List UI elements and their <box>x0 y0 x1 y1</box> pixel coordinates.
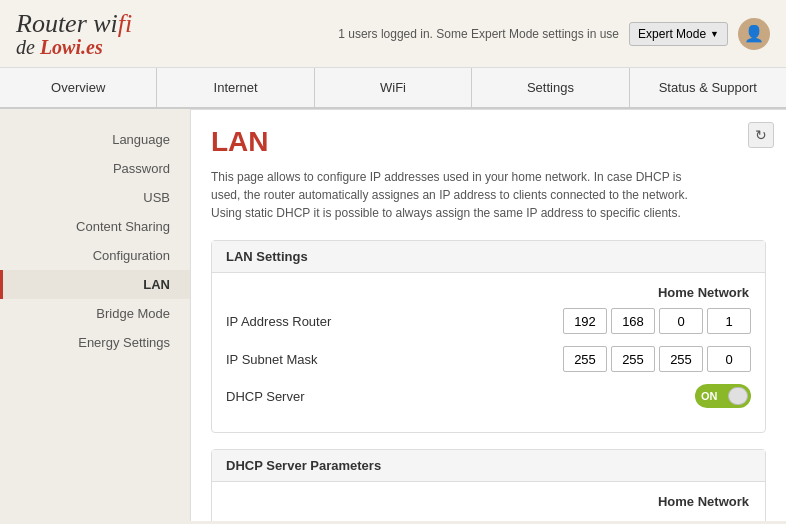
tab-status-support[interactable]: Status & Support <box>630 68 786 107</box>
main-layout: Language Password USB Content Sharing Co… <box>0 109 786 521</box>
subnet-octet-1[interactable] <box>563 346 607 372</box>
subnet-octet-3[interactable] <box>659 346 703 372</box>
ip-address-label: IP Address Router <box>226 314 406 329</box>
ip-octet-2[interactable] <box>611 308 655 334</box>
subnet-mask-row: IP Subnet Mask <box>226 346 751 372</box>
sidebar-item-password[interactable]: Password <box>0 154 190 183</box>
sidebar-item-language[interactable]: Language <box>0 125 190 154</box>
sidebar-item-content-sharing[interactable]: Content Sharing <box>0 212 190 241</box>
dhcp-params-header: DHCP Server Parameters <box>212 450 765 482</box>
tab-settings[interactable]: Settings <box>472 68 629 107</box>
sidebar-item-usb[interactable]: USB <box>0 183 190 212</box>
toggle-on-label: ON <box>701 390 718 402</box>
home-network-label: Home Network <box>658 285 749 300</box>
tab-wifi[interactable]: WiFi <box>315 68 472 107</box>
tab-overview[interactable]: Overview <box>0 68 157 107</box>
logged-in-text: 1 users logged in. Some Expert Mode sett… <box>338 27 619 41</box>
dhcp-home-network-label: Home Network <box>658 494 749 509</box>
dhcp-server-label: DHCP Server <box>226 389 406 404</box>
dhcp-params-section: DHCP Server Parameters Home Network <box>211 449 766 521</box>
header-right: 1 users logged in. Some Expert Mode sett… <box>338 18 770 50</box>
ip-octet-3[interactable] <box>659 308 703 334</box>
page-description: This page allows to configure IP address… <box>211 168 711 222</box>
sidebar-item-bridge-mode[interactable]: Bridge Mode <box>0 299 190 328</box>
ip-octet-4[interactable] <box>707 308 751 334</box>
ip-address-inputs <box>563 308 751 334</box>
sidebar-item-lan[interactable]: LAN <box>0 270 190 299</box>
logo: Router wifi de Lowi.es <box>16 11 132 57</box>
sidebar-item-configuration[interactable]: Configuration <box>0 241 190 270</box>
toggle-knob <box>728 387 748 405</box>
ip-address-row: IP Address Router <box>226 308 751 334</box>
dhcp-params-body: Home Network <box>212 482 765 521</box>
ip-octet-1[interactable] <box>563 308 607 334</box>
subnet-mask-label: IP Subnet Mask <box>226 352 406 367</box>
logo-de-lowi: de Lowi.es <box>16 37 132 57</box>
sidebar: Language Password USB Content Sharing Co… <box>0 109 190 521</box>
logo-router-wifi: Router wifi <box>16 11 132 37</box>
header: Router wifi de Lowi.es 1 users logged in… <box>0 0 786 68</box>
dhcp-network-label-row: Home Network <box>226 494 751 509</box>
user-avatar: 👤 <box>738 18 770 50</box>
content-area: ↻ LAN This page allows to configure IP a… <box>190 109 786 521</box>
tab-internet[interactable]: Internet <box>157 68 314 107</box>
lan-settings-header: LAN Settings <box>212 241 765 273</box>
network-label-row: Home Network <box>226 285 751 300</box>
page-title: LAN <box>211 126 766 158</box>
nav-tabs: Overview Internet WiFi Settings Status &… <box>0 68 786 109</box>
dhcp-toggle-container: ON <box>695 384 751 408</box>
subnet-octet-2[interactable] <box>611 346 655 372</box>
lan-settings-body: Home Network IP Address Router IP Subnet… <box>212 273 765 432</box>
sidebar-item-energy-settings[interactable]: Energy Settings <box>0 328 190 357</box>
dhcp-toggle[interactable]: ON <box>695 384 751 408</box>
dhcp-server-row: DHCP Server ON <box>226 384 751 408</box>
lan-settings-section: LAN Settings Home Network IP Address Rou… <box>211 240 766 433</box>
subnet-octet-4[interactable] <box>707 346 751 372</box>
subnet-mask-inputs <box>563 346 751 372</box>
expert-mode-button[interactable]: Expert Mode <box>629 22 728 46</box>
refresh-button[interactable]: ↻ <box>748 122 774 148</box>
